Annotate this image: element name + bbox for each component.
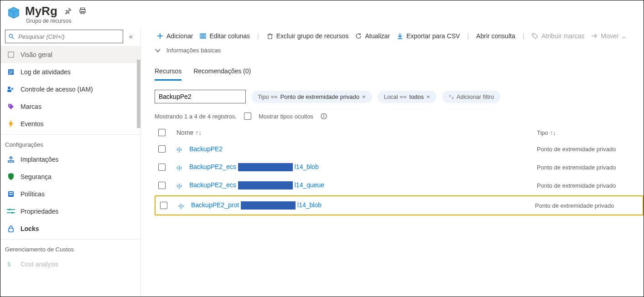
pin-icon[interactable] bbox=[64, 7, 72, 15]
resource-link[interactable]: BackupPE2_ecsl14_queue bbox=[189, 181, 324, 189]
nav-label: Marcas bbox=[21, 103, 42, 110]
nav-label: Cost analysis bbox=[21, 261, 58, 268]
move-button[interactable]: Mover ⌄ bbox=[589, 32, 628, 40]
nav-events[interactable]: Eventos bbox=[0, 115, 140, 133]
select-all-checkbox[interactable] bbox=[158, 129, 166, 136]
svg-rect-7 bbox=[8, 52, 14, 57]
nav-locks[interactable]: Locks bbox=[0, 220, 140, 237]
redacted-segment bbox=[241, 201, 296, 210]
tool-label: Abrir consulta bbox=[476, 32, 515, 40]
essentials-toggle[interactable]: Informações básicas bbox=[155, 44, 644, 58]
col-header-name[interactable]: Nome ↑↓ bbox=[177, 129, 530, 136]
svg-rect-24 bbox=[9, 228, 13, 232]
info-icon[interactable] bbox=[321, 113, 327, 119]
nav-section-settings: Configurações bbox=[0, 134, 140, 151]
table-row[interactable]: ‹|› BackupPE2_ecsl14_blob Ponto de extre… bbox=[155, 158, 644, 176]
edit-columns-button[interactable]: Editar colunas bbox=[197, 32, 252, 40]
svg-point-21 bbox=[9, 209, 10, 210]
nav-label: Segurança bbox=[21, 173, 52, 180]
svg-rect-10 bbox=[9, 72, 13, 72]
row-checkbox[interactable] bbox=[158, 164, 166, 171]
sidebar-search-input[interactable] bbox=[17, 33, 120, 41]
svg-text:‹|›: ‹|› bbox=[177, 182, 182, 189]
svg-rect-18 bbox=[9, 192, 13, 193]
filter-bar: Tipo == Ponto de extremidade privado × L… bbox=[155, 81, 644, 106]
resource-type: Ponto de extremidade privado bbox=[537, 182, 642, 189]
grid-header: Nome ↑↓ Tipo ↑↓ bbox=[155, 125, 644, 140]
nav-tags[interactable]: Marcas bbox=[0, 98, 140, 115]
add-filter-button[interactable]: ⁺ᵧ Adicionar filtro bbox=[442, 91, 500, 103]
resource-type: Ponto de extremidade privado bbox=[537, 146, 642, 153]
export-csv-button[interactable]: Exportar para CSV bbox=[395, 32, 462, 40]
show-hidden-label: Mostrar tipos ocultos bbox=[259, 113, 313, 120]
svg-rect-28 bbox=[200, 34, 202, 38]
sidebar-search[interactable] bbox=[5, 30, 123, 43]
deploy-icon bbox=[7, 155, 15, 164]
tab-recommendations[interactable]: Recomendações (0) bbox=[193, 65, 251, 81]
nav-activity-log[interactable]: Log de atividades bbox=[0, 63, 140, 81]
private-endpoint-icon: ‹|› bbox=[177, 163, 186, 172]
sidebar-scrollbar[interactable] bbox=[137, 60, 140, 128]
iam-icon bbox=[7, 85, 15, 93]
nav-label: Políticas bbox=[21, 190, 45, 198]
svg-rect-11 bbox=[9, 73, 11, 74]
sidebar: « Visão geral Log de atividades Controle… bbox=[0, 27, 141, 297]
cost-icon: $ bbox=[7, 260, 15, 268]
nav-properties[interactable]: Propriedades bbox=[0, 203, 140, 220]
svg-text:‹|›: ‹|› bbox=[178, 202, 184, 209]
redacted-segment bbox=[238, 163, 293, 171]
refresh-icon bbox=[355, 32, 362, 40]
table-row[interactable]: ‹|› BackupPE2 Ponto de extremidade priva… bbox=[155, 140, 644, 158]
nav-deployments[interactable]: Implantações bbox=[0, 151, 140, 168]
refresh-button[interactable]: Atualizar bbox=[353, 32, 391, 40]
chevron-down-icon bbox=[155, 47, 161, 54]
columns-icon bbox=[199, 32, 207, 40]
svg-point-5 bbox=[9, 34, 12, 37]
plus-icon bbox=[156, 32, 164, 40]
remove-filter-icon[interactable]: × bbox=[426, 93, 430, 100]
resource-link[interactable]: BackupPE2_ecsl14_blob bbox=[189, 163, 319, 171]
svg-rect-29 bbox=[203, 34, 204, 38]
delete-rg-button[interactable]: Excluir grupo de recursos bbox=[265, 32, 351, 40]
show-hidden-checkbox[interactable] bbox=[244, 113, 251, 120]
filter-pill-location[interactable]: Local == todos × bbox=[378, 91, 436, 103]
add-button[interactable]: Adicionar bbox=[155, 32, 195, 40]
svg-rect-4 bbox=[81, 12, 84, 14]
toolbar-separator: | bbox=[520, 32, 527, 40]
table-row[interactable]: ‹|› BackupPE2_protl14_blob Ponto de extr… bbox=[156, 199, 642, 212]
filter-input[interactable] bbox=[155, 90, 246, 103]
col-header-type[interactable]: Tipo ↑↓ bbox=[537, 129, 642, 136]
move-icon bbox=[591, 32, 598, 40]
redacted-segment bbox=[238, 181, 293, 189]
resource-link[interactable]: BackupPE2 bbox=[189, 145, 223, 153]
row-checkbox[interactable] bbox=[160, 202, 167, 209]
trash-icon bbox=[266, 32, 274, 40]
pill-label: Tipo == bbox=[258, 93, 278, 100]
nav-security[interactable]: Segurança bbox=[0, 168, 140, 185]
nav-iam[interactable]: Controle de acesso (IAM) bbox=[0, 81, 140, 98]
nav-cost-analysis[interactable]: $ Cost analysis bbox=[0, 256, 140, 273]
pill-value: Ponto de extremidade privado bbox=[280, 93, 359, 100]
collapse-sidebar-icon[interactable]: « bbox=[126, 33, 136, 40]
table-row[interactable]: ‹|› BackupPE2_ecsl14_queue Ponto de extr… bbox=[155, 176, 644, 195]
filter-pill-type[interactable]: Tipo == Ponto de extremidade privado × bbox=[251, 91, 372, 103]
resource-link[interactable]: BackupPE2_protl14_blob bbox=[191, 201, 322, 210]
remove-filter-icon[interactable]: × bbox=[362, 93, 366, 100]
open-query-button[interactable]: Abrir consulta bbox=[474, 32, 517, 40]
page-header: MyRg Grupo de recursos bbox=[0, 0, 644, 27]
nav-policies[interactable]: Políticas bbox=[0, 185, 140, 203]
tab-resources[interactable]: Recursos bbox=[155, 65, 182, 81]
row-checkbox[interactable] bbox=[158, 145, 166, 153]
policies-icon bbox=[7, 190, 15, 198]
print-icon[interactable] bbox=[78, 7, 87, 15]
svg-point-36 bbox=[533, 34, 534, 35]
nav-section-cost: Gerenciamento de Custos bbox=[0, 239, 140, 256]
assign-tags-button[interactable]: Atribuir marcas bbox=[530, 32, 586, 40]
svg-point-12 bbox=[8, 87, 10, 89]
nav-overview[interactable]: Visão geral bbox=[0, 46, 140, 63]
pill-label: Adicionar filtro bbox=[457, 93, 494, 100]
results-summary: Mostrando 1 a 4 de 4 registros. Mostrar … bbox=[155, 106, 644, 125]
resource-type: Ponto de extremidade privado bbox=[535, 202, 640, 209]
nav-label: Log de atividades bbox=[21, 68, 71, 76]
row-checkbox[interactable] bbox=[158, 182, 166, 189]
